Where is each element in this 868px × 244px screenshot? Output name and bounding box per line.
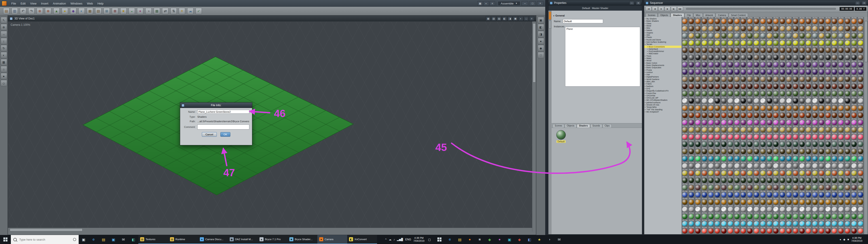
shader-swatch[interactable]: 2D Fac bbox=[714, 226, 721, 234]
comment-input[interactable] bbox=[197, 124, 249, 129]
category-misc[interactable]: ▸Misc bbox=[644, 27, 682, 29]
app-teal-icon[interactable]: ▣ bbox=[504, 235, 515, 244]
shader-swatch[interactable]: 2D Fac bbox=[792, 226, 799, 234]
shader-swatch[interactable]: 2D Fac bbox=[838, 198, 844, 205]
half-shade-right-icon[interactable]: ◨ bbox=[538, 31, 544, 37]
shader-swatch[interactable]: 2D Fac bbox=[747, 140, 753, 147]
display-mode-icon[interactable]: ▦ bbox=[477, 1, 483, 6]
plane-tool-icon[interactable]: ▧ bbox=[95, 8, 101, 14]
shader-swatch[interactable]: 2D Fac bbox=[727, 39, 734, 46]
shader-swatch[interactable]: 2D Fac bbox=[708, 67, 714, 75]
category-prusia[interactable]: ▸Prusia bbox=[644, 69, 682, 71]
shader-swatch[interactable]: 2D Fac bbox=[773, 111, 779, 118]
shader-swatch[interactable]: 2D Fac bbox=[799, 46, 805, 53]
shader-swatch[interactable]: 2D Fac bbox=[727, 46, 734, 53]
shader-swatch[interactable]: 2D Fac bbox=[831, 198, 838, 205]
shader-swatch[interactable]: 2D Fac bbox=[857, 53, 864, 60]
shader-swatch[interactable]: 2D Fac bbox=[688, 31, 695, 39]
shader-swatch[interactable]: 2D Fac bbox=[721, 104, 727, 111]
shader-swatch[interactable]: 2D Fac bbox=[753, 46, 760, 53]
shader-swatch[interactable]: 2D Fac bbox=[799, 183, 805, 190]
shader-swatch[interactable]: 2D Fac bbox=[838, 39, 844, 46]
shader-swatch[interactable]: 2D Fac bbox=[734, 219, 740, 226]
shader-swatch[interactable]: 2D Fac bbox=[825, 118, 831, 125]
category-glass[interactable]: ▸Glass bbox=[644, 22, 682, 25]
shader-swatch[interactable]: 2D Fac bbox=[825, 205, 831, 212]
shader-swatch[interactable]: 2D Fac bbox=[779, 161, 786, 169]
shader-swatch[interactable]: 2D Fac bbox=[851, 125, 857, 133]
shader-swatch[interactable]: 2D Fac bbox=[818, 154, 825, 161]
shader-swatch[interactable]: 2D Fac bbox=[857, 31, 864, 39]
shader-swatch[interactable]: 2D Fac bbox=[825, 169, 831, 176]
shader-swatch[interactable]: 2D Fac bbox=[734, 75, 740, 82]
shader-swatch[interactable]: 2D Fac bbox=[753, 31, 760, 39]
box-preview-icon[interactable]: □ bbox=[538, 52, 544, 58]
app-purple-icon[interactable]: ● bbox=[495, 235, 504, 244]
shader-swatch[interactable]: 2D Fac bbox=[708, 82, 714, 89]
shader-swatch[interactable]: 2D Fac bbox=[844, 104, 851, 111]
shader-swatch[interactable]: 2D Fac bbox=[721, 176, 727, 183]
shader-swatch[interactable]: 2D Fac bbox=[766, 118, 773, 125]
photos-icon[interactable]: ◧ bbox=[128, 235, 138, 244]
shader-swatch[interactable]: 2D Fac bbox=[792, 24, 799, 31]
shader-swatch[interactable]: 2D Fac bbox=[740, 226, 747, 234]
shader-swatch[interactable]: 2D Fac bbox=[734, 154, 740, 161]
action-center-icon[interactable]: ▢ bbox=[427, 238, 432, 241]
shader-swatch[interactable]: 2D Fac bbox=[688, 190, 695, 198]
delete-object-icon[interactable]: ⊗ bbox=[45, 8, 51, 14]
shader-swatch[interactable]: 2D Fac bbox=[786, 31, 793, 39]
shader-swatch[interactable]: 2D Fac bbox=[747, 118, 753, 125]
shader-swatch[interactable]: 2D Fac bbox=[760, 176, 766, 183]
category-gkgenias[interactable]: ▸GKGenias bbox=[644, 94, 682, 97]
shader-swatch[interactable]: 2D Fac bbox=[838, 60, 844, 67]
shader-swatch[interactable]: 2D Fac bbox=[682, 161, 688, 169]
shader-swatch[interactable]: 2D Fac bbox=[831, 205, 838, 212]
shader-swatch[interactable]: 2D Fac bbox=[825, 82, 831, 89]
shader-swatch[interactable]: 2D Fac bbox=[812, 67, 818, 75]
shader-swatch[interactable]: 2D Fac bbox=[753, 24, 760, 31]
shader-swatch[interactable]: 2D Fac bbox=[786, 125, 793, 133]
shader-swatch[interactable]: 2D Fac bbox=[799, 31, 805, 39]
shader-swatch[interactable]: 2D Fac bbox=[825, 154, 831, 161]
shader-swatch[interactable]: 2D Fac bbox=[708, 53, 714, 60]
shader-swatch[interactable]: 2D Fac bbox=[766, 82, 773, 89]
shader-swatch[interactable]: 2D Fac bbox=[844, 17, 851, 24]
shader-swatch[interactable]: 2D Fac bbox=[812, 147, 818, 154]
file-name-input[interactable] bbox=[197, 110, 249, 114]
shader-swatch[interactable]: 2D Fac bbox=[851, 183, 857, 190]
shader-swatch[interactable]: 2D Fac bbox=[721, 46, 727, 53]
shader-swatch[interactable]: 2D Fac bbox=[760, 53, 766, 60]
shader-swatch[interactable]: 2D Fac bbox=[740, 140, 747, 147]
shader-swatch[interactable]: 2D Fac bbox=[688, 46, 695, 53]
shader-swatch[interactable]: 2D Fac bbox=[851, 75, 857, 82]
app-red-icon[interactable]: ◆ bbox=[515, 235, 524, 244]
shader-swatch[interactable]: 2D Fac bbox=[805, 133, 812, 140]
shader-swatch[interactable]: 2D Fac bbox=[831, 104, 838, 111]
shader-swatch[interactable]: 2D Fac bbox=[688, 183, 695, 190]
shader-swatch[interactable]: 2D Fac bbox=[701, 133, 708, 140]
shader-swatch[interactable]: 2D Fac bbox=[844, 205, 851, 212]
shader-swatch[interactable]: 2D Fac bbox=[682, 183, 688, 190]
shader-swatch[interactable]: 2D Fac bbox=[825, 226, 831, 234]
shader-swatch[interactable]: 2D Fac bbox=[708, 60, 714, 67]
shader-swatch[interactable]: 2D Fac bbox=[799, 212, 805, 219]
shader-swatch[interactable]: 2D Fac bbox=[844, 190, 851, 198]
shader-swatch[interactable]: 2D Fac bbox=[792, 205, 799, 212]
shader-swatch[interactable]: 2D Fac bbox=[760, 154, 766, 161]
shader-swatch[interactable]: 2D Fac bbox=[838, 176, 844, 183]
shader-swatch[interactable]: 2D Fac bbox=[805, 118, 812, 125]
shader-swatch[interactable]: 2D Fac bbox=[695, 183, 702, 190]
shader-swatch[interactable]: 2D Fac bbox=[773, 39, 779, 46]
shader-swatch[interactable]: 2D Fac bbox=[766, 169, 773, 176]
shader-swatch[interactable]: 2D Fac bbox=[714, 60, 721, 67]
shader-swatch[interactable]: 2D Fac bbox=[857, 60, 864, 67]
shader-swatch[interactable]: 2D Fac bbox=[753, 39, 760, 46]
shader-swatch[interactable]: 2D Fac bbox=[779, 24, 786, 31]
category-dragonfly-codamusicvfx[interactable]: ▸Dragonfly-CodaMusicVFX bbox=[644, 90, 682, 92]
start-button[interactable] bbox=[0, 235, 11, 244]
add-point-tool-icon[interactable]: ⊕ bbox=[1, 24, 7, 30]
shader-swatch[interactable]: 2D Fac bbox=[792, 75, 799, 82]
shader-swatch[interactable]: 2D Fac bbox=[812, 133, 818, 140]
shader-swatch[interactable]: 2D Fac bbox=[831, 24, 838, 31]
shader-swatch[interactable]: 2D Fac bbox=[812, 169, 818, 176]
